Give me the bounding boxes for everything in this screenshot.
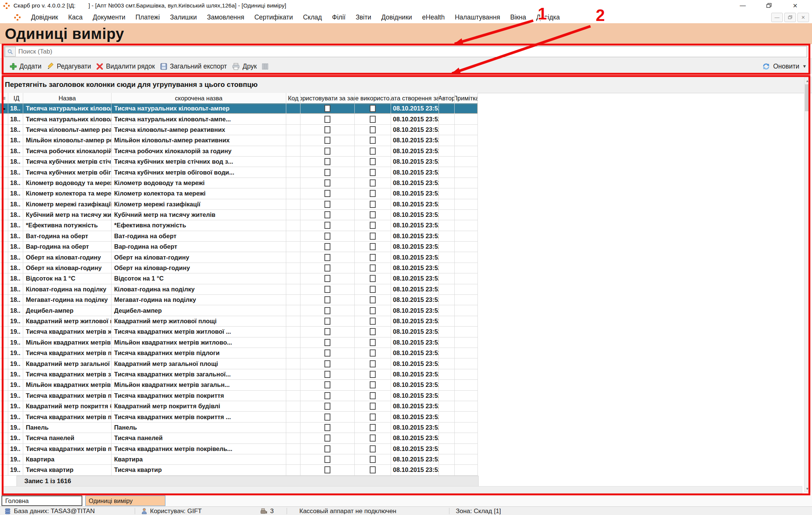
menu-item-4[interactable]: Залишки: [170, 13, 197, 21]
table-row[interactable]: 18.. Мегават-година на поділку Мегават-г…: [0, 295, 478, 305]
not-use-checkbox[interactable]: [370, 179, 376, 187]
not-use-checkbox[interactable]: [370, 158, 376, 165]
not-use-checkbox[interactable]: [370, 222, 376, 229]
menu-item-5[interactable]: Замовлення: [207, 13, 244, 21]
table-row[interactable]: 18.. Оберт на кіловар-годину Оберт на кі…: [0, 263, 478, 273]
table-row[interactable]: 18.. Тисяча робочих кілокалорій за годин…: [0, 146, 478, 157]
not-use-checkbox[interactable]: [370, 254, 376, 261]
search-input[interactable]: [16, 47, 807, 57]
header-author[interactable]: Автор: [439, 93, 455, 103]
not-use-checkbox[interactable]: [370, 424, 376, 431]
not-use-checkbox[interactable]: [370, 381, 376, 388]
mdi-close-button[interactable]: ✕: [797, 13, 809, 22]
table-row[interactable]: ▶ 18.. Тисяча натуральних кіловольт-ампе…: [0, 103, 478, 114]
menu-item-13[interactable]: Вікна: [510, 13, 526, 21]
add-button[interactable]: Додати: [10, 63, 42, 70]
use-default-checkbox[interactable]: [324, 328, 330, 335]
not-use-checkbox[interactable]: [370, 434, 376, 442]
not-use-checkbox[interactable]: [370, 339, 376, 346]
use-default-checkbox[interactable]: [324, 148, 330, 155]
table-row[interactable]: 19.. Тисяча панелей Тисяча панелей 08.10…: [0, 433, 478, 443]
use-default-checkbox[interactable]: [324, 296, 330, 303]
header-short-name[interactable]: скорочена назва: [112, 93, 286, 103]
menu-item-1[interactable]: Каса: [68, 13, 82, 21]
edit-button[interactable]: Редагувати: [47, 63, 91, 70]
mdi-minimize-button[interactable]: —: [771, 13, 783, 22]
not-use-checkbox[interactable]: [370, 456, 376, 463]
use-default-checkbox[interactable]: [324, 233, 330, 240]
menu-item-7[interactable]: Склад: [303, 13, 322, 21]
not-use-checkbox[interactable]: [370, 466, 376, 473]
use-default-checkbox[interactable]: [324, 456, 330, 463]
not-use-checkbox[interactable]: [370, 116, 376, 123]
use-default-checkbox[interactable]: [324, 201, 330, 208]
table-row[interactable]: 19.. Тисяча квадратних метрів покриття .…: [0, 412, 478, 422]
refresh-dropdown-caret[interactable]: ▼: [802, 64, 807, 69]
header-id[interactable]: ІД: [8, 93, 23, 103]
table-row[interactable]: 18.. Кіловат-година на поділку Кіловат-г…: [0, 284, 478, 295]
table-row[interactable]: 19.. Тисяча квадратних метрів загальної.…: [0, 369, 478, 380]
table-row[interactable]: 19.. Тисяча квадратних метрів житлової .…: [0, 327, 478, 337]
not-use-checkbox[interactable]: [370, 243, 376, 250]
menu-item-12[interactable]: Налаштування: [455, 13, 500, 21]
table-row[interactable]: 18.. Тисяча кубічних метрів стічних вод …: [0, 157, 478, 167]
table-row[interactable]: 18.. Тисяча натуральних кіловольт-ампе..…: [0, 114, 478, 124]
menu-item-3[interactable]: Платежі: [135, 13, 160, 21]
table-row[interactable]: 18.. Кілометр водоводу та мережі Кіломет…: [0, 178, 478, 188]
not-use-checkbox[interactable]: [370, 233, 376, 240]
close-button[interactable]: ✕: [790, 0, 800, 11]
not-use-checkbox[interactable]: [370, 201, 376, 208]
table-row[interactable]: 18.. Тисяча кіловольт-ампер реактивних Т…: [0, 125, 478, 135]
restore-button[interactable]: [764, 0, 774, 11]
use-default-checkbox[interactable]: [324, 403, 330, 410]
header-created-date[interactable]: Дата створення за...: [391, 93, 439, 103]
vertical-scrollbar[interactable]: ▲ ▼: [804, 77, 811, 492]
not-use-checkbox[interactable]: [370, 445, 376, 452]
menu-item-6[interactable]: Сертифікати: [254, 13, 293, 21]
use-default-checkbox[interactable]: [324, 381, 330, 388]
menu-item-14[interactable]: Довідка: [536, 13, 560, 21]
print-button[interactable]: Друк: [232, 63, 257, 70]
not-use-checkbox[interactable]: [370, 190, 376, 197]
header-note[interactable]: Примітка: [455, 93, 478, 103]
use-default-checkbox[interactable]: [324, 190, 330, 197]
tab-units[interactable]: Одиниці виміру: [85, 496, 165, 506]
not-use-checkbox[interactable]: [370, 286, 376, 293]
table-row[interactable]: 18.. Децибел-ампер Децибел-ампер 08.10.2…: [0, 305, 478, 316]
not-use-checkbox[interactable]: [370, 371, 376, 378]
tab-home[interactable]: Головна: [1, 496, 82, 506]
use-default-checkbox[interactable]: [324, 434, 330, 442]
mdi-restore-button[interactable]: [784, 13, 796, 22]
not-use-checkbox[interactable]: [370, 360, 376, 367]
scroll-down-icon[interactable]: ▼: [805, 485, 810, 492]
minimize-button[interactable]: —: [738, 0, 748, 11]
table-row[interactable]: 19.. Тисяча квартир Тисяча квартир 08.10…: [0, 465, 478, 475]
header-not-use[interactable]: Не використо...: [355, 93, 391, 103]
use-default-checkbox[interactable]: [324, 126, 330, 133]
table-row[interactable]: 18.. Оберт на кіловат-годину Оберт на кі…: [0, 252, 478, 263]
menu-item-9[interactable]: Звіти: [355, 13, 371, 21]
use-default-checkbox[interactable]: [324, 392, 330, 399]
not-use-checkbox[interactable]: [370, 137, 376, 144]
use-default-checkbox[interactable]: [324, 371, 330, 378]
horizontal-scrollbar[interactable]: [3, 486, 802, 494]
use-default-checkbox[interactable]: [324, 158, 330, 165]
not-use-checkbox[interactable]: [370, 211, 376, 218]
use-default-checkbox[interactable]: [324, 254, 330, 261]
menu-item-10[interactable]: Довідники: [381, 13, 412, 21]
search-field[interactable]: [4, 46, 807, 57]
table-row[interactable]: 19.. Тисяча квадратних метрів покрівель.…: [0, 444, 478, 454]
not-use-checkbox[interactable]: [370, 307, 376, 314]
use-default-checkbox[interactable]: [324, 413, 330, 421]
header-use-default[interactable]: Використовувати за замо...: [300, 93, 355, 103]
use-default-checkbox[interactable]: [324, 424, 330, 431]
table-row[interactable]: 19.. Тисяча квадратних метрів покриття Т…: [0, 391, 478, 401]
menu-item-11[interactable]: eHealth: [422, 13, 445, 21]
use-default-checkbox[interactable]: [324, 211, 330, 218]
use-default-checkbox[interactable]: [324, 169, 330, 176]
not-use-checkbox[interactable]: [370, 264, 376, 272]
use-default-checkbox[interactable]: [324, 116, 330, 123]
use-default-checkbox[interactable]: [324, 264, 330, 272]
not-use-checkbox[interactable]: [370, 148, 376, 155]
not-use-checkbox[interactable]: [370, 296, 376, 303]
